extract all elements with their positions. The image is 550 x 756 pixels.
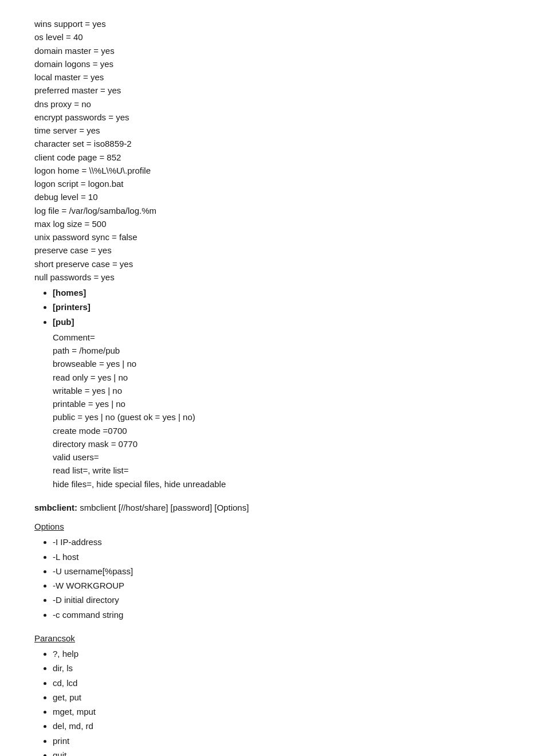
pub-setting-line: create mode =0700 (53, 424, 516, 437)
config-line: os level = 40 (34, 30, 516, 44)
option-item: -U username[%pass] (53, 565, 516, 578)
config-line: wins support = yes (34, 17, 516, 30)
config-line: encrypt passwords = yes (34, 111, 516, 124)
config-line: short preserve case = yes (34, 257, 516, 271)
option-item: -L host (53, 550, 516, 563)
smbclient-line: smbclient: smbclient [//host/share] [pas… (34, 501, 516, 514)
options-list: -I IP-address-L host-U username[%pass]-W… (53, 535, 516, 621)
parancsok-item: cd, lcd (53, 676, 516, 690)
section-item: [pub] (53, 315, 516, 328)
pub-settings-block: Comment=path = /home/pubbrowseable = yes… (53, 331, 516, 491)
config-line: log file = /var/log/samba/log.%m (34, 204, 516, 217)
parancsok-item: quit (53, 749, 516, 756)
smbclient-command: smbclient [//host/share] [password] [Opt… (80, 503, 249, 512)
parancsok-list: ?, helpdir, lscd, lcdget, putmget, mputd… (53, 647, 516, 756)
parancsok-item: ?, help (53, 647, 516, 660)
option-item: -W WORKGROUP (53, 579, 516, 592)
options-heading: Options (34, 520, 516, 533)
pub-setting-line: printable = yes | no (53, 397, 516, 410)
section-item: [homes] (53, 286, 516, 299)
config-line: debug level = 10 (34, 190, 516, 203)
main-content: wins support = yesos level = 40domain ma… (34, 17, 516, 756)
pub-setting-line: valid users= (53, 451, 516, 464)
parancsok-item: del, md, rd (53, 719, 516, 733)
config-line: client code page = 852 (34, 151, 516, 164)
config-line: null passwords = yes (34, 271, 516, 284)
config-line: domain master = yes (34, 44, 516, 57)
section-item: [printers] (53, 300, 516, 314)
option-item: -c command string (53, 608, 516, 621)
option-item: -D initial directory (53, 593, 516, 606)
pub-setting-line: directory mask = 0770 (53, 437, 516, 451)
config-line: max log size = 500 (34, 217, 516, 230)
global-settings-block: wins support = yesos level = 40domain ma… (34, 17, 516, 284)
pub-setting-line: read list=, write list= (53, 464, 516, 477)
parancsok-item: mget, mput (53, 705, 516, 718)
pub-setting-line: read only = yes | no (53, 371, 516, 384)
config-line: logon home = \\%L\%U\.profile (34, 164, 516, 177)
pub-setting-line: writable = yes | no (53, 384, 516, 397)
smbclient-label: smbclient: (34, 503, 77, 512)
pub-setting-line: public = yes | no (guest ok = yes | no) (53, 410, 516, 424)
config-line: domain logons = yes (34, 57, 516, 70)
parancsok-item: get, put (53, 691, 516, 704)
pub-setting-line: path = /home/pub (53, 344, 516, 357)
pub-setting-line: hide files=, hide special files, hide un… (53, 477, 516, 491)
config-line: preserve case = yes (34, 244, 516, 257)
option-item: -I IP-address (53, 535, 516, 549)
config-line: character set = iso8859-2 (34, 137, 516, 150)
config-line: local master = yes (34, 70, 516, 84)
config-line: preferred master = yes (34, 84, 516, 97)
pub-setting-line: Comment= (53, 331, 516, 344)
config-line: dns proxy = no (34, 97, 516, 111)
sections-list: [homes][printers][pub] (53, 286, 516, 328)
parancsok-item: dir, ls (53, 661, 516, 675)
config-line: time server = yes (34, 124, 516, 137)
config-line: unix password sync = false (34, 230, 516, 244)
config-line: logon script = logon.bat (34, 177, 516, 190)
parancsok-item: print (53, 734, 516, 747)
parancsok-heading: Parancsok (34, 632, 516, 645)
pub-setting-line: browseable = yes | no (53, 357, 516, 370)
